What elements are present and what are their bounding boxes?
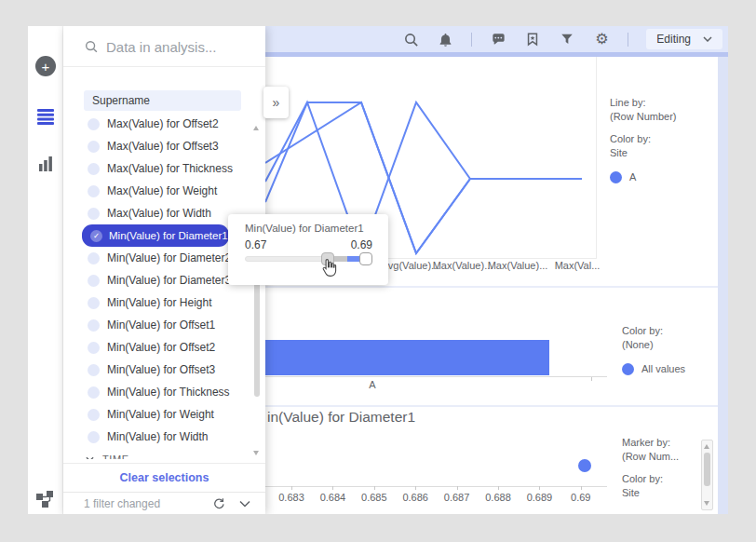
page-scrollbar[interactable]	[718, 57, 728, 514]
comments-icon[interactable]	[490, 31, 506, 47]
filter-item-label: Max(Value) for Offset3	[107, 140, 219, 153]
legend-value: Site	[610, 146, 677, 160]
toolbar-divider	[471, 33, 472, 47]
filter-item[interactable]: Min(Value) for Offset2	[63, 336, 252, 359]
visualization-types-tab[interactable]	[38, 156, 55, 173]
line-chart-legend: Line by: (Row Number) Color by: Site A	[610, 96, 677, 184]
item-circle-icon	[88, 118, 100, 130]
legend-value: (Row Num...	[622, 450, 679, 464]
axis-tick	[332, 486, 333, 490]
settings-gear-icon[interactable]: ⚙	[593, 31, 610, 47]
clear-selections-link[interactable]: Clear selections	[120, 471, 209, 484]
filter-item[interactable]: Min(Value) for Diameter2	[63, 247, 252, 269]
x-tick-label: 0.689	[520, 492, 558, 503]
color-swatch	[610, 171, 622, 183]
reset-filters-icon[interactable]	[211, 496, 225, 510]
filter-item[interactable]: Max(Value) for Weight	[63, 180, 252, 202]
legend-label: Color by:	[610, 132, 677, 146]
filter-item[interactable]: Min(Value) for Weight	[63, 403, 252, 426]
filter-item-label: Min(Value) for Height	[107, 296, 212, 309]
filter-item-label: Min(Value) for Offset1	[107, 318, 215, 332]
filter-item[interactable]: Min(Value) for Offset1	[63, 314, 252, 336]
filter-item-label: Max(Value) for Thickness	[107, 162, 233, 175]
axis-tick	[374, 486, 375, 490]
x-tick-label: 0.684	[314, 492, 351, 503]
filter-item-label: Min(Value) for Offset2	[107, 341, 215, 354]
filter-item[interactable]: Min(Value) for Width	[63, 426, 252, 448]
legend-value: (None)	[622, 338, 685, 352]
data-canvas-tab[interactable]	[36, 491, 53, 508]
filter-item-selected[interactable]: ✓Min(Value) for Diameter1	[82, 224, 229, 247]
legend-item-label: All values	[641, 362, 685, 376]
x-tick-label: 0.69	[562, 492, 600, 503]
filter-group-time[interactable]: TIME	[63, 448, 252, 459]
filter-item[interactable]: Max(Value) for Offset3	[63, 135, 252, 157]
legend-item[interactable]: A	[610, 170, 677, 184]
editing-mode-dropdown[interactable]: Editing	[646, 29, 722, 49]
legend-label: Line by:	[610, 96, 677, 110]
chevron-down-icon[interactable]	[239, 500, 250, 508]
scroll-down-arrow[interactable]	[704, 501, 709, 506]
legend-scrollbar[interactable]	[701, 440, 713, 510]
left-sidebar: +	[28, 26, 63, 514]
axis-tick	[291, 486, 292, 490]
range-max-value: 0.69	[351, 238, 372, 251]
data-in-analysis-tab[interactable]	[37, 109, 54, 126]
panel-search-row	[63, 26, 265, 67]
bar-chart-legend: Color by: (None) All values	[622, 324, 685, 376]
toolbar-divider	[628, 33, 628, 47]
scroll-down-arrow[interactable]	[253, 451, 259, 455]
axis-tick	[581, 486, 582, 490]
toolbar-icon-group: ⚙ Editing	[402, 26, 722, 52]
filter-item[interactable]: Max(Value) for Thickness	[63, 157, 252, 180]
color-swatch	[622, 363, 634, 375]
filter-item[interactable]: Min(Value) for Thickness	[63, 381, 252, 403]
axis-tick	[539, 486, 540, 490]
scroll-up-arrow[interactable]	[704, 444, 709, 449]
filter-item-label: Min(Value) for Width	[107, 430, 208, 443]
item-circle-icon	[88, 275, 100, 287]
filter-item[interactable]: Max(Value) for Offset2	[63, 115, 252, 135]
item-circle-icon	[88, 208, 100, 220]
range-min-value: 0.67	[245, 238, 266, 251]
scrollbar-thumb[interactable]	[704, 453, 710, 486]
item-circle-icon	[88, 364, 100, 376]
expand-panel-button[interactable]: »	[263, 87, 289, 118]
filter-item-label: Min(Value) for Diameter2	[107, 251, 231, 264]
legend-item[interactable]: All values	[622, 362, 685, 376]
range-slider-right-handle[interactable]	[359, 252, 372, 265]
x-tick-label: 0.686	[397, 492, 434, 503]
category-label: A	[363, 379, 382, 390]
desktop-background: ⚙ Editing Avg(Value)...Max(Value)...Max(…	[0, 0, 756, 542]
item-circle-icon	[88, 141, 100, 153]
bar-segment-a[interactable]	[265, 340, 549, 375]
search-input[interactable]	[106, 35, 246, 58]
x-axis-label: Max(Val...	[546, 260, 609, 271]
legend-label: Marker by:	[622, 436, 679, 450]
item-circle-icon	[88, 342, 100, 354]
scroll-up-arrow[interactable]	[253, 126, 259, 130]
item-circle-icon	[88, 386, 100, 399]
item-circle-icon	[88, 319, 100, 332]
filter-item[interactable]: Min(Value) for Diameter3	[63, 269, 252, 291]
hand-cursor-icon	[320, 258, 341, 280]
item-circle-icon	[88, 185, 100, 197]
list-scrollbar-thumb[interactable]	[254, 279, 260, 397]
chevron-down-icon	[86, 456, 94, 459]
filter-item[interactable]: Max(Value) for Width	[63, 202, 252, 224]
filter-item[interactable]: Min(Value) for Height	[63, 291, 252, 314]
add-data-button[interactable]: +	[35, 56, 56, 76]
scatter-point[interactable]	[578, 459, 591, 472]
legend-label: Color by:	[622, 472, 679, 486]
filter-item[interactable]: Min(Value) for Offset3	[63, 359, 252, 381]
notifications-bell-icon[interactable]	[437, 31, 453, 47]
range-slider-track[interactable]	[245, 256, 372, 262]
editing-label: Editing	[656, 33, 691, 46]
x-tick-label: 0.688	[479, 492, 517, 503]
clear-selections-row: Clear selections	[63, 463, 265, 492]
bookmarks-icon[interactable]	[524, 31, 541, 47]
scatter-legend: Marker by: (Row Num... Color by: Site	[622, 436, 679, 500]
search-icon[interactable]	[402, 31, 419, 47]
group-chip-supername[interactable]: Supername	[84, 90, 241, 111]
filters-funnel-icon[interactable]	[559, 31, 575, 47]
